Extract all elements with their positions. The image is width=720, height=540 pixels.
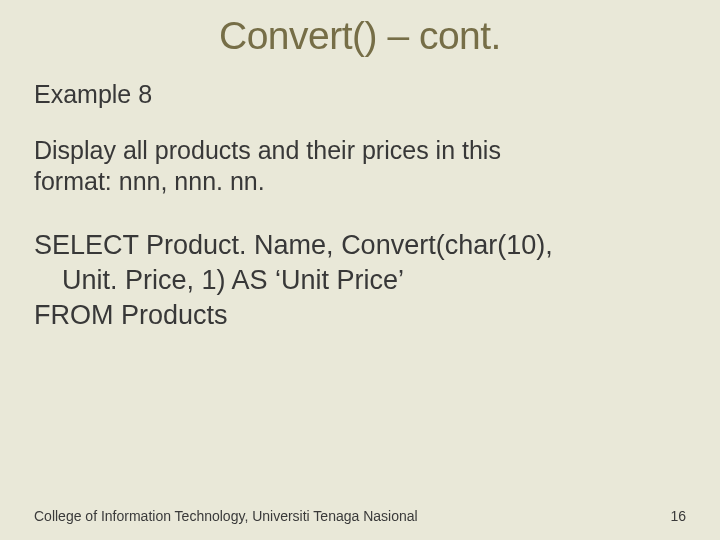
sql-line-1: SELECT Product. Name, Convert(char(10),: [34, 228, 686, 263]
footer-org: College of Information Technology, Unive…: [34, 508, 418, 524]
sql-block: SELECT Product. Name, Convert(char(10), …: [34, 228, 686, 333]
sql-line-3: FROM Products: [34, 298, 686, 333]
prompt-block: Display all products and their prices in…: [34, 135, 686, 198]
sql-line-2: Unit. Price, 1) AS ‘Unit Price’: [34, 263, 686, 298]
prompt-line-2: format: nnn, nnn. nn.: [34, 166, 686, 197]
page-number: 16: [670, 508, 686, 524]
footer: College of Information Technology, Unive…: [34, 508, 686, 524]
slide: Convert() – cont. Example 8 Display all …: [0, 0, 720, 540]
example-label: Example 8: [34, 80, 686, 109]
prompt-line-1: Display all products and their prices in…: [34, 135, 686, 166]
slide-title: Convert() – cont.: [34, 14, 686, 58]
